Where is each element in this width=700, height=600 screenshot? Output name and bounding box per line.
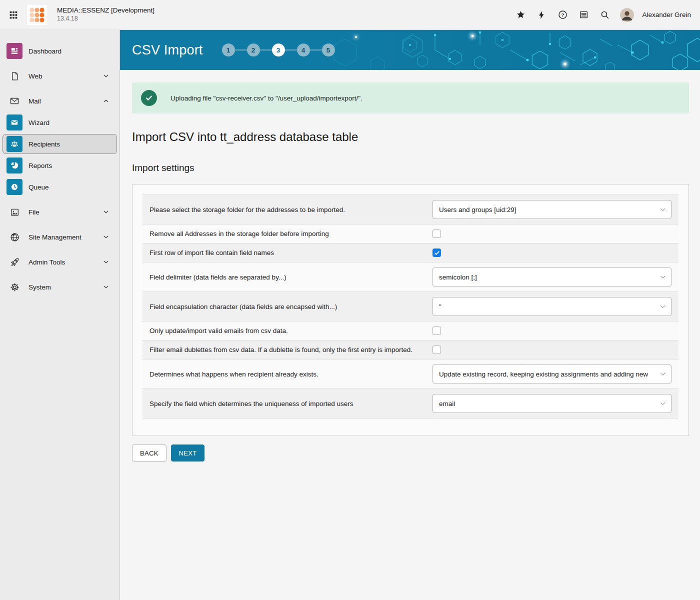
first-row-names-checkbox[interactable] (432, 248, 441, 257)
storage-folder-select[interactable]: Users and groups [uid:29] (432, 200, 672, 219)
settings-row-field-delimiter: Field delimiter (data fields are separat… (142, 262, 678, 292)
wizard-step-5[interactable]: 5 (322, 44, 335, 56)
sidebar-item-label: Queue (28, 184, 112, 191)
field-delimiter-select[interactable]: semicolon [;] (432, 268, 672, 286)
select-value: Update existing record, keeping existing… (439, 370, 648, 378)
globe-icon (6, 229, 22, 245)
select-value: email (439, 400, 455, 408)
sidebar-item-label: Wizard (28, 119, 112, 126)
sidebar-item-file[interactable]: File (2, 202, 117, 222)
setting-label: Specify the field which determines the u… (150, 400, 432, 408)
sidebar-item-label: Web (28, 72, 102, 80)
dashboard-icon (6, 43, 22, 59)
sidebar-item-queue[interactable]: Queue (2, 177, 117, 197)
wizard-step-3[interactable]: 3 (272, 44, 285, 56)
setting-label: Field encapsulation character (data fiel… (150, 303, 432, 310)
mail-icon (6, 93, 22, 109)
existing-recipient-select[interactable]: Update existing record, keeping existing… (432, 364, 672, 384)
chevron-down-icon[interactable] (102, 72, 110, 80)
wizard-step-2[interactable]: 2 (247, 44, 260, 56)
sidebar-item-site-management[interactable]: Site Management (2, 227, 117, 247)
filter-dublettes-checkbox[interactable] (432, 346, 441, 354)
reports-piechart-icon (6, 158, 22, 174)
chevron-down-icon[interactable] (102, 234, 110, 240)
sidebar-item-web[interactable]: Web (2, 66, 117, 86)
field-encapsulation-select[interactable]: " (432, 297, 672, 316)
bolt-icon[interactable] (533, 6, 550, 24)
app-title: MEDIA::ESSENZ [Development] (57, 6, 154, 15)
sidebar-item-label: Recipients (28, 140, 112, 148)
flash-text: Uploading file "csv-receiver.csv" to "/u… (170, 94, 362, 102)
settings-row-storage-folder: Please select the storage folder for the… (142, 194, 678, 224)
queue-clock-icon (6, 179, 22, 195)
module-header: CSV Import 12345 (120, 30, 700, 70)
wizard-steps: 12345 (222, 44, 335, 56)
user-avatar[interactable] (620, 8, 634, 22)
recipients-users-icon (6, 136, 22, 152)
select-value: " (439, 303, 442, 310)
chevron-down-icon[interactable] (102, 208, 110, 216)
sidebar-item-label: Reports (28, 162, 112, 170)
sidebar-item-admin-tools[interactable]: Admin Tools (2, 252, 117, 272)
setting-label: First row of import file contain field n… (150, 249, 432, 256)
topbar-actions: ? Alexander Grein (512, 6, 691, 24)
chevron-down-icon[interactable] (102, 258, 110, 266)
next-button[interactable]: NEXT (171, 444, 205, 462)
sidebar-item-system[interactable]: System (2, 277, 117, 297)
sidebar-item-label: Site Management (28, 234, 102, 241)
list-icon[interactable] (575, 6, 592, 24)
page-icon (6, 68, 22, 84)
rocket-icon (6, 254, 22, 270)
uniqueness-field-select[interactable]: email (432, 394, 672, 413)
step-connector (260, 50, 272, 50)
sidebar-item-wizard[interactable]: Wizard (2, 112, 117, 132)
appgrid-icon[interactable] (7, 8, 20, 22)
wizard-step-1[interactable]: 1 (222, 44, 235, 56)
wizard-envelope-icon (6, 114, 22, 130)
chevron-down-icon (660, 400, 666, 407)
setting-label: Please select the storage folder for the… (150, 206, 432, 214)
sidebar-item-recipients[interactable]: Recipients (2, 134, 117, 154)
select-value: Users and groups [uid:29] (439, 206, 516, 214)
step-connector (285, 50, 297, 50)
settings-row-uniqueness-field: Specify the field which determines the u… (142, 389, 678, 418)
import-heading: Import CSV into tt_address database tabl… (132, 130, 689, 144)
setting-label: Determines what happens when recipient a… (150, 370, 432, 378)
sidebar-item-label: Dashboard (28, 48, 112, 55)
step-connector (310, 50, 322, 50)
sidebar-item-label: System (28, 284, 102, 291)
page-title: CSV Import (132, 42, 203, 58)
back-button[interactable]: BACK (132, 444, 166, 462)
gear-icon (6, 279, 22, 295)
sidebar-item-mail[interactable]: Mail (2, 91, 117, 111)
chevron-down-icon (660, 304, 666, 310)
chevron-down-icon (660, 371, 666, 378)
select-value: semicolon [;] (439, 274, 477, 281)
topbar: MEDIA::ESSENZ [Development] 13.4.18 ? Al… (0, 0, 700, 30)
brand-dots-logo[interactable] (27, 5, 47, 25)
import-settings-heading: Import settings (132, 162, 689, 174)
valid-emails-checkbox[interactable] (432, 326, 441, 335)
settings-row-remove-addresses: Remove all Addresses in the storage fold… (142, 224, 678, 244)
star-icon[interactable] (512, 6, 529, 24)
user-name[interactable]: Alexander Grein (642, 11, 691, 18)
settings-row-existing-recipient: Determines what happens when recipient a… (142, 360, 678, 389)
sidebar-item-label: Mail (28, 98, 102, 105)
setting-label: Only update/import valid emails from csv… (150, 327, 432, 334)
import-settings-panel: Please select the storage folder for the… (132, 184, 689, 436)
settings-row-field-encapsulation: Field encapsulation character (data fiel… (142, 292, 678, 322)
chevron-up-icon[interactable] (102, 98, 110, 104)
help-icon[interactable]: ? (554, 6, 571, 24)
module-sidebar: Dashboard Web Mail Wizard Recipients (0, 30, 120, 600)
chevron-down-icon[interactable] (102, 284, 110, 290)
sidebar-item-dashboard[interactable]: Dashboard (2, 41, 117, 61)
check-circle-icon (141, 90, 157, 106)
wizard-step-4[interactable]: 4 (297, 44, 310, 56)
sidebar-item-reports[interactable]: Reports (2, 156, 117, 176)
svg-text:?: ? (562, 12, 564, 18)
settings-row-filter-dublettes: Filter email dublettes from csv data. If… (142, 340, 678, 360)
search-icon[interactable] (596, 6, 613, 24)
success-flash-message: Uploading file "csv-receiver.csv" to "/u… (132, 82, 689, 114)
settings-row-first-row-names: First row of import file contain field n… (142, 244, 678, 262)
remove-addresses-checkbox[interactable] (432, 230, 441, 238)
